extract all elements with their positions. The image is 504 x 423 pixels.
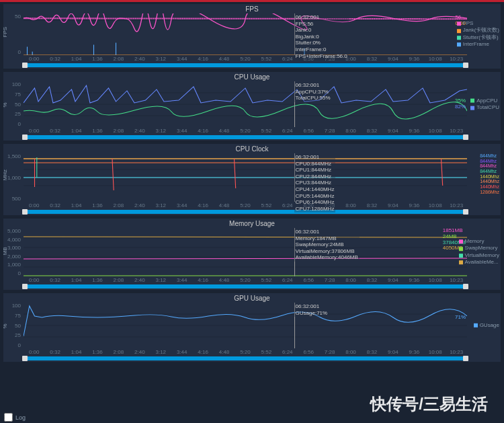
plot-fps[interactable]: 06:32:001FPS:56Jank:0BigJank:0Stutter:0%… (24, 13, 467, 55)
xaxis-gpu: 0:000:321:041:362:082:403:123:444:164:48… (3, 348, 501, 356)
ylabel-cpu: % (2, 102, 8, 107)
plot-cpu[interactable]: 06:32:001AppCPU:37%TotalCPU:55% (24, 81, 467, 127)
legend-mem: Memory SwapMemory VirtualMemory Availabl… (459, 238, 499, 266)
plot-gpu[interactable]: 06:32:001GUsage:71% (24, 303, 467, 348)
cursor-line (294, 13, 295, 55)
panel-gpu: GPU Usage % 1007550250 06:32:001GUsage:7… (3, 293, 501, 362)
cursor-line (294, 228, 295, 276)
scrub-gpu[interactable] (24, 356, 467, 360)
ylabel-clock: MHz (2, 169, 8, 180)
panel-title-cpu: CPU Usage (3, 72, 501, 81)
panel-title-mem: Memory Usage (3, 219, 501, 228)
plot-clock[interactable]: 06:32:001CPU0:844MHzCPU1:844MHzCPU2:844M… (24, 153, 467, 202)
panel-clock: CPU Clock MHz 1,5001,000500 06:32:001CPU… (3, 143, 501, 216)
panel-cpu: CPU Usage % 1007550250 06:32:001AppCPU:3… (3, 71, 501, 141)
log-checkbox[interactable] (4, 413, 13, 422)
panel-title-gpu: GPU Usage (3, 293, 501, 303)
legend-fps: FPS Jank(卡顿次数) Stutter(卡顿率) InterFrame (457, 20, 499, 48)
ylabel-fps: FPS (2, 27, 8, 38)
panel-fps: FPS FPS 500 06:32:001FPS:56Jank:0BigJank… (3, 3, 501, 69)
panel-title-fps: FPS (3, 4, 501, 13)
ylabel-gpu: % (2, 323, 8, 328)
xaxis-mem: 0:000:321:041:362:082:403:123:444:164:48… (3, 276, 501, 284)
endvals-cpu: 35% 82% (455, 98, 466, 110)
scrub-cpu[interactable] (24, 135, 467, 139)
endvals-clock: 844Mhz844Mhz844Mhz844Mhz1440Mhz1440Mhz14… (480, 153, 499, 195)
legend-cpu: AppCPU TotalCPU (470, 98, 499, 112)
log-label: Log (15, 414, 26, 421)
panels-container: FPS FPS 500 06:32:001FPS:56Jank:0BigJank… (0, 2, 504, 362)
panel-mem: Memory Usage MB 5,0004,0003,0002,0001,00… (3, 218, 501, 291)
xaxis-fps: 0:000:321:041:362:082:403:123:444:164:48… (3, 55, 501, 63)
footer: Log (4, 413, 26, 422)
cursor-line (294, 153, 295, 202)
endvals-gpu: 71% (455, 315, 466, 321)
cursor-line (294, 303, 295, 348)
cursor-line (294, 81, 295, 127)
xaxis-cpu: 0:000:321:041:362:082:403:123:444:164:48… (3, 127, 501, 134)
ylabel-mem: MB (2, 247, 8, 256)
scrub-mem[interactable] (24, 284, 467, 289)
legend-gpu: GUsage (474, 322, 499, 329)
watermark: 快传号/三易生活 (370, 393, 488, 415)
panel-title-clock: CPU Clock (3, 144, 501, 153)
scrub-fps[interactable] (24, 63, 467, 67)
xaxis-clock: 0:000:321:041:362:082:403:123:444:164:48… (3, 202, 501, 209)
plot-mem[interactable]: 06:32:001Memory:1847MBSwapMemory:24MBVir… (24, 228, 467, 276)
scrub-clock[interactable] (24, 210, 467, 214)
